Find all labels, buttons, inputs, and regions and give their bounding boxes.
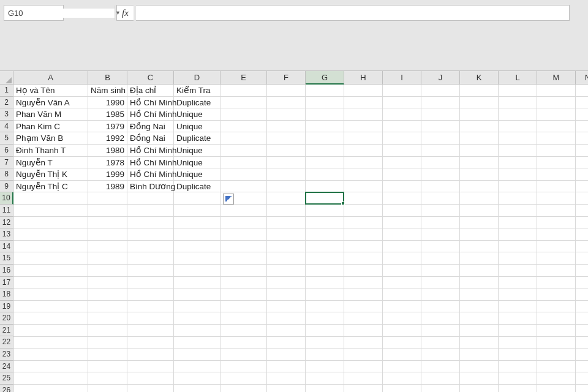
cell[interactable] [344,252,383,265]
data-cell[interactable]: 1999 [88,168,127,181]
cell[interactable] [267,205,306,217]
cell[interactable] [344,301,383,313]
cell[interactable] [576,252,588,265]
cell[interactable] [383,205,421,217]
data-cell[interactable]: Hồ Chí Minh [127,97,174,109]
cell[interactable] [267,361,306,373]
cell[interactable] [537,252,576,265]
cell[interactable] [306,337,344,349]
cell[interactable] [13,277,88,289]
cell[interactable] [267,277,306,289]
cell[interactable] [174,265,221,277]
cell[interactable] [576,265,588,277]
cell[interactable] [174,301,221,313]
column-header[interactable]: B [88,71,127,85]
cell[interactable] [88,252,127,265]
cell[interactable] [421,372,460,385]
row-header[interactable]: 2 [0,97,13,109]
cell[interactable] [537,108,576,121]
name-box-dropdown[interactable]: ▼ [115,6,121,20]
cell[interactable] [13,301,88,313]
cell[interactable] [537,337,576,349]
cell[interactable] [174,252,221,265]
cell[interactable] [221,325,267,337]
cell[interactable] [221,97,267,109]
cell[interactable] [127,217,174,229]
cell[interactable] [174,277,221,289]
cell[interactable] [576,385,588,392]
cell[interactable] [383,85,421,97]
cell[interactable] [460,108,499,121]
row-header[interactable]: 8 [0,168,13,181]
cell[interactable] [421,265,460,277]
cell[interactable] [460,349,499,361]
cell[interactable] [221,181,267,193]
cell[interactable] [127,361,174,373]
cell[interactable] [13,325,88,337]
data-cell[interactable]: Unique [174,108,221,121]
cell[interactable] [174,217,221,229]
cell[interactable] [499,241,537,253]
data-cell[interactable]: Hồ Chí Minh [127,157,174,169]
row-header[interactable]: 3 [0,108,13,121]
row-headers[interactable]: 1234567891011121314151617181920212223242… [0,85,13,392]
header-cell[interactable]: Địa chỉ [127,85,174,97]
cell[interactable] [127,288,174,301]
header-cell[interactable]: Năm sinh [88,85,127,97]
cell[interactable] [127,312,174,325]
cell[interactable] [537,228,576,241]
data-cell[interactable]: 1989 [88,181,127,193]
cell[interactable] [576,132,588,145]
data-cell[interactable]: Nguyễn Thị C [13,181,88,193]
cell[interactable] [267,372,306,385]
cell[interactable] [306,181,344,193]
cell[interactable] [383,192,421,205]
cell[interactable] [306,108,344,121]
cell[interactable] [383,132,421,145]
cell[interactable] [499,85,537,97]
column-header[interactable]: G [306,71,344,85]
cell[interactable] [460,168,499,181]
data-cell[interactable]: 1992 [88,132,127,145]
cell[interactable] [13,312,88,325]
data-cell[interactable]: Unique [174,168,221,181]
column-header[interactable]: K [460,71,499,85]
row-header[interactable]: 11 [0,205,13,217]
cell[interactable] [344,217,383,229]
cell[interactable] [267,301,306,313]
cell[interactable] [174,361,221,373]
cell[interactable] [537,372,576,385]
data-cell[interactable]: 1980 [88,145,127,157]
cell[interactable] [13,349,88,361]
cell[interactable] [127,325,174,337]
cell[interactable] [221,121,267,133]
cell[interactable] [383,312,421,325]
cell[interactable] [460,85,499,97]
row-header[interactable]: 12 [0,217,13,229]
cell[interactable] [537,205,576,217]
cell[interactable] [421,168,460,181]
cell[interactable] [306,372,344,385]
cell[interactable] [499,349,537,361]
cell[interactable] [460,385,499,392]
cell[interactable] [306,361,344,373]
cell[interactable] [383,337,421,349]
cell[interactable] [267,385,306,392]
cell[interactable] [576,145,588,157]
cell[interactable] [344,241,383,253]
cell[interactable] [267,145,306,157]
cell[interactable] [221,361,267,373]
cell[interactable] [460,372,499,385]
cell[interactable] [383,277,421,289]
select-all-corner[interactable] [0,71,13,85]
cell[interactable] [306,312,344,325]
cell[interactable] [13,385,88,392]
cell[interactable] [344,97,383,109]
cell[interactable] [344,349,383,361]
data-cell[interactable]: Duplicate [174,181,221,193]
cell[interactable] [499,168,537,181]
cell[interactable] [221,157,267,169]
cell[interactable] [127,277,174,289]
cell[interactable] [344,192,383,205]
cell[interactable] [306,349,344,361]
